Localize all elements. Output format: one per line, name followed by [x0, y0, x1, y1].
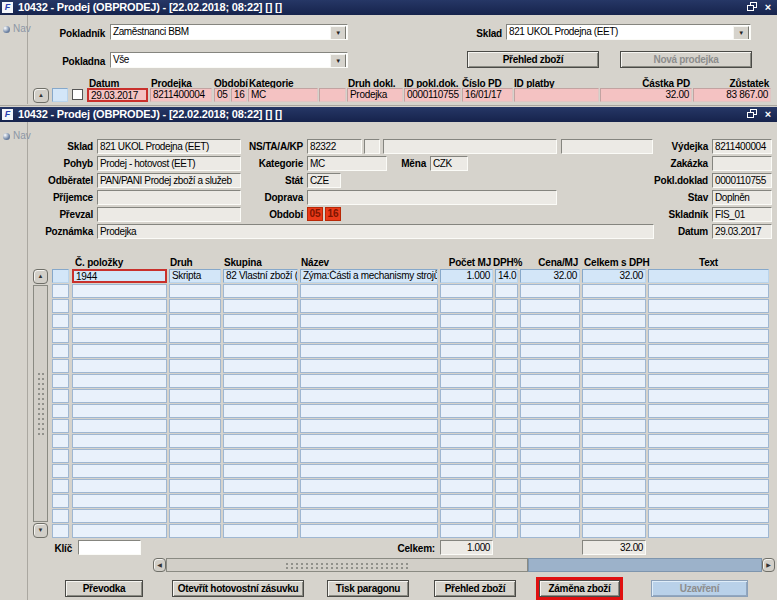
items-empty-cell[interactable] — [648, 434, 769, 448]
ns-field-3[interactable] — [383, 139, 557, 154]
cell-celkem-s-dph[interactable]: 32.00 — [582, 269, 646, 283]
items-empty-cell[interactable] — [300, 524, 438, 538]
cell-dph[interactable]: 14.0 — [495, 269, 518, 283]
items-empty-cell[interactable] — [72, 434, 167, 448]
items-empty-cell[interactable] — [495, 449, 518, 463]
items-empty-cell[interactable] — [440, 494, 493, 508]
items-empty-cell[interactable] — [440, 314, 493, 328]
items-empty-cell[interactable] — [72, 494, 167, 508]
items-empty-cell[interactable] — [300, 434, 438, 448]
items-empty-cell[interactable] — [72, 314, 167, 328]
items-empty-cell[interactable] — [169, 374, 221, 388]
items-empty-cell[interactable] — [440, 509, 493, 523]
items-empty-cell[interactable] — [520, 374, 580, 388]
prehled-zbozi-button-top[interactable]: Přehled zboží — [467, 51, 599, 68]
items-empty-cell[interactable] — [52, 314, 69, 328]
items-empty-cell[interactable] — [223, 434, 298, 448]
items-empty-cell[interactable] — [648, 314, 769, 328]
items-empty-cell[interactable] — [520, 479, 580, 493]
items-empty-cell[interactable] — [72, 404, 167, 418]
row-indicator-cell[interactable] — [52, 269, 69, 283]
items-empty-cell[interactable] — [169, 479, 221, 493]
items-empty-cell[interactable] — [169, 314, 221, 328]
items-empty-cell[interactable] — [582, 464, 646, 478]
items-empty-cell[interactable] — [52, 389, 69, 403]
items-empty-cell[interactable] — [72, 449, 167, 463]
cell-text[interactable] — [648, 269, 769, 283]
close-icon[interactable]: × — [761, 108, 775, 121]
cell-cena-mj[interactable]: 32.00 — [520, 269, 580, 283]
items-empty-cell[interactable] — [72, 524, 167, 538]
items-empty-cell[interactable] — [520, 524, 580, 538]
items-empty-cell[interactable] — [582, 419, 646, 433]
items-empty-cell[interactable] — [582, 359, 646, 373]
poznamka-field[interactable]: Prodejka — [97, 224, 654, 239]
cell-skupina[interactable]: 82 Vlastní zboží ( — [223, 269, 298, 283]
restore-icon[interactable] — [745, 108, 759, 121]
items-empty-cell[interactable] — [223, 449, 298, 463]
items-empty-cell[interactable] — [582, 329, 646, 343]
vydejka-field[interactable]: 8211400004 — [712, 139, 772, 154]
items-empty-cell[interactable] — [169, 299, 221, 313]
items-empty-cell[interactable] — [440, 374, 493, 388]
items-empty-cell[interactable] — [223, 404, 298, 418]
items-empty-cell[interactable] — [300, 404, 438, 418]
pokl-doklad-field[interactable]: 0000110755 — [712, 173, 772, 188]
items-empty-cell[interactable] — [648, 479, 769, 493]
items-empty-cell[interactable] — [72, 284, 167, 298]
items-empty-cell[interactable] — [72, 344, 167, 358]
doprava-field[interactable] — [307, 190, 557, 205]
cell-castka-pd[interactable]: 32.00 — [600, 88, 692, 102]
items-empty-cell[interactable] — [300, 449, 438, 463]
items-empty-cell[interactable] — [495, 284, 518, 298]
items-empty-cell[interactable] — [440, 344, 493, 358]
items-empty-cell[interactable] — [648, 404, 769, 418]
items-empty-cell[interactable] — [169, 464, 221, 478]
items-empty-cell[interactable] — [52, 329, 69, 343]
items-empty-cell[interactable] — [582, 404, 646, 418]
items-empty-cell[interactable] — [582, 374, 646, 388]
items-empty-cell[interactable] — [495, 509, 518, 523]
items-empty-cell[interactable] — [582, 314, 646, 328]
items-empty-cell[interactable] — [52, 479, 69, 493]
items-empty-cell[interactable] — [520, 284, 580, 298]
items-empty-cell[interactable] — [648, 419, 769, 433]
items-empty-cell[interactable] — [520, 494, 580, 508]
items-empty-cell[interactable] — [440, 404, 493, 418]
cell-pocet-mj[interactable]: 1.000 — [440, 269, 493, 283]
items-empty-cell[interactable] — [300, 464, 438, 478]
close-icon[interactable]: × — [761, 1, 775, 14]
items-empty-cell[interactable] — [52, 449, 69, 463]
items-empty-cell[interactable] — [495, 344, 518, 358]
items-empty-cell[interactable] — [72, 479, 167, 493]
items-empty-cell[interactable] — [648, 449, 769, 463]
items-empty-cell[interactable] — [520, 359, 580, 373]
stat-field[interactable]: CZE — [307, 173, 341, 188]
restore-icon[interactable] — [745, 1, 759, 14]
pokladna-combobox[interactable]: Vše ▼ — [110, 52, 348, 68]
items-empty-cell[interactable] — [300, 494, 438, 508]
items-empty-cell[interactable] — [440, 299, 493, 313]
cell-c-polozky[interactable]: 1944 — [72, 269, 167, 283]
zakazka-field[interactable] — [712, 156, 772, 171]
cell-datum[interactable]: 29.03.2017 — [87, 88, 148, 102]
items-empty-cell[interactable] — [300, 299, 438, 313]
items-empty-cell[interactable] — [223, 299, 298, 313]
klic-input[interactable] — [78, 540, 141, 555]
cell-obdobi-rok[interactable]: 16 — [231, 88, 247, 102]
items-empty-cell[interactable] — [648, 299, 769, 313]
items-empty-cell[interactable] — [72, 419, 167, 433]
items-empty-cell[interactable] — [52, 404, 69, 418]
items-empty-cell[interactable] — [72, 464, 167, 478]
items-empty-cell[interactable] — [648, 524, 769, 538]
items-empty-cell[interactable] — [440, 419, 493, 433]
tisk-paragonu-button[interactable]: Tisk paragonu — [327, 580, 409, 597]
items-empty-cell[interactable] — [648, 464, 769, 478]
ns-field-2[interactable] — [364, 139, 380, 154]
items-empty-cell[interactable] — [495, 434, 518, 448]
sklad-combobox[interactable]: 821 UKOL Prodejna (EET) ▼ — [506, 24, 751, 40]
prevodka-button[interactable]: Převodka — [65, 580, 143, 597]
items-empty-cell[interactable] — [52, 419, 69, 433]
items-empty-cell[interactable] — [440, 464, 493, 478]
items-empty-cell[interactable] — [495, 329, 518, 343]
